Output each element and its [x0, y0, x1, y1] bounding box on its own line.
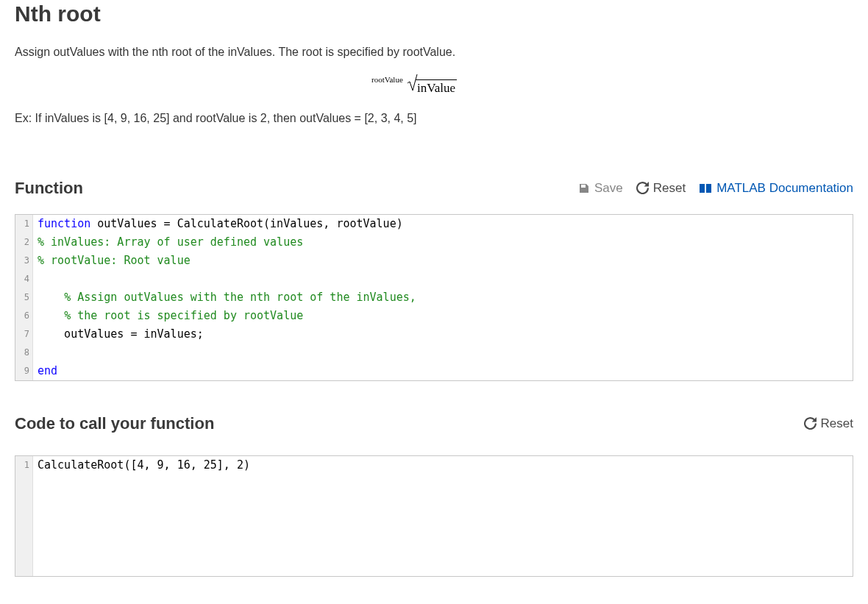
code-line[interactable]: 5 % Assign outValues with the nth root o…: [15, 288, 853, 307]
code-content[interactable]: % rootValue: Root value: [33, 252, 853, 270]
problem-description: Assign outValues with the nth root of th…: [15, 44, 853, 60]
line-number: 9: [15, 362, 33, 380]
code-content[interactable]: end: [33, 362, 853, 380]
line-number: 6: [15, 307, 33, 325]
formula: rootValue inValue: [15, 77, 853, 96]
code-line[interactable]: 1function outValues = CalculateRoot(inVa…: [15, 215, 853, 233]
reset-label: Reset: [653, 181, 686, 196]
save-button[interactable]: Save: [578, 181, 623, 196]
code-line[interactable]: 7 outValues = inValues;: [15, 325, 853, 344]
gutter: [15, 475, 33, 576]
line-number: 1: [15, 456, 33, 475]
save-label: Save: [594, 181, 623, 196]
line-number: 3: [15, 252, 33, 270]
function-code-editor[interactable]: 1function outValues = CalculateRoot(inVa…: [15, 214, 853, 381]
code-content[interactable]: function outValues = CalculateRoot(inVal…: [33, 215, 853, 233]
code-content[interactable]: outValues = inValues;: [33, 325, 853, 344]
save-icon: [578, 182, 590, 194]
line-number: 1: [15, 215, 33, 233]
code-content[interactable]: % inValues: Array of user defined values: [33, 233, 853, 252]
line-number: 4: [15, 270, 33, 288]
problem-example: Ex: If inValues is [4, 9, 16, 25] and ro…: [15, 110, 853, 127]
code-line[interactable]: 2% inValues: Array of user defined value…: [15, 233, 853, 252]
reset-function-button[interactable]: Reset: [636, 181, 686, 196]
code-content[interactable]: [33, 270, 853, 288]
code-line[interactable]: 4: [15, 270, 853, 288]
code-content[interactable]: CalculateRoot([4, 9, 16, 25], 2): [33, 456, 853, 475]
code-line[interactable]: 1CalculateRoot([4, 9, 16, 25], 2): [15, 456, 853, 475]
line-number: 8: [15, 344, 33, 362]
reset-icon: [804, 417, 817, 430]
doc-label: MATLAB Documentation: [716, 181, 853, 196]
code-line[interactable]: 8: [15, 344, 853, 362]
call-code-editor[interactable]: 1CalculateRoot([4, 9, 16, 25], 2): [15, 455, 853, 577]
code-content[interactable]: % the root is specified by rootValue: [33, 307, 853, 325]
code-content[interactable]: % Assign outValues with the nth root of …: [33, 288, 853, 307]
reset-label: Reset: [821, 416, 853, 431]
page-title: Nth root: [15, 0, 853, 26]
book-icon: [699, 183, 712, 193]
reset-call-button[interactable]: Reset: [804, 416, 853, 431]
code-line[interactable]: 9end: [15, 362, 853, 380]
formula-radicand: inValue: [416, 79, 457, 95]
line-number: 7: [15, 325, 33, 344]
code-content[interactable]: [33, 344, 853, 362]
line-number: 5: [15, 288, 33, 307]
radical-icon: [408, 74, 418, 92]
call-heading: Code to call your function: [15, 414, 214, 433]
code-line[interactable]: 3% rootValue: Root value: [15, 252, 853, 270]
matlab-doc-link[interactable]: MATLAB Documentation: [699, 181, 853, 196]
reset-icon: [636, 182, 649, 194]
code-line[interactable]: 6 % the root is specified by rootValue: [15, 307, 853, 325]
formula-index: rootValue: [371, 75, 403, 84]
line-number: 2: [15, 233, 33, 252]
function-heading: Function: [15, 179, 83, 198]
